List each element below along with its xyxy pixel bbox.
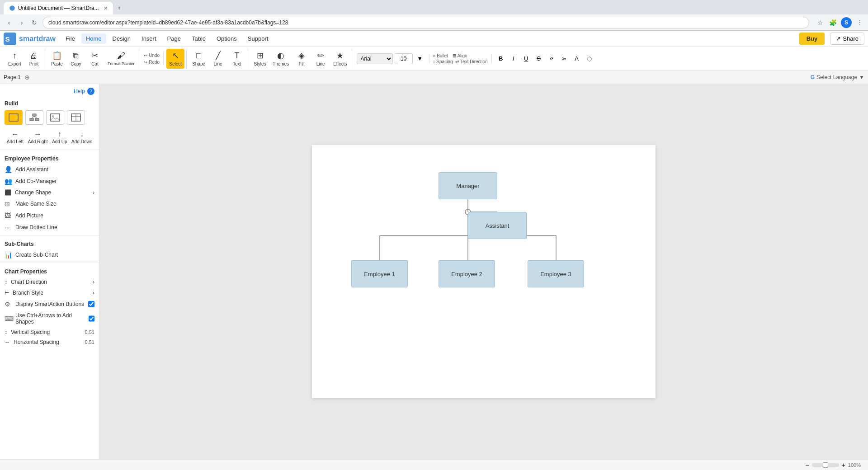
close-tab-icon[interactable]: ✕ — [104, 5, 108, 11]
build-icon-rectangle[interactable] — [5, 110, 23, 125]
strikethrough-button[interactable]: S — [533, 53, 544, 64]
line-button[interactable]: ╱ Line — [209, 49, 227, 69]
paste-button[interactable]: 📋 Paste — [48, 49, 66, 69]
print-button[interactable]: 🖨 Print — [25, 49, 43, 69]
font-color-button[interactable]: A — [571, 53, 582, 64]
redo-button[interactable]: ↪ Redo — [142, 59, 161, 66]
vertical-spacing-icon: ↕ — [5, 329, 7, 335]
zoom-in-button[interactable]: + — [842, 461, 845, 469]
use-ctrl-arrows-label: Use Ctrl+Arrows to Add Shapes — [15, 312, 85, 325]
font-highlight-button[interactable]: ◌ — [584, 53, 595, 64]
chart-properties-title: Chart Properties — [0, 265, 99, 277]
menu-options[interactable]: Options — [212, 33, 241, 44]
font-divider-1 — [429, 54, 429, 63]
bookmark-icon[interactable]: ☆ — [816, 18, 825, 27]
select-language-button[interactable]: G Select Language ▼ — [811, 74, 864, 80]
subscript-button[interactable]: x₂ — [559, 53, 570, 64]
zoom-out-button[interactable]: − — [805, 461, 809, 469]
build-icon-table[interactable] — [67, 110, 85, 125]
select-button[interactable]: ↖ Select — [166, 49, 184, 69]
fill-button[interactable]: ◈ Fill — [292, 49, 311, 69]
assistant-node[interactable]: Assistant — [468, 212, 527, 239]
manager-node[interactable]: Manager — [439, 172, 497, 199]
employee1-node[interactable]: Employee 1 — [351, 260, 408, 287]
make-same-size-item[interactable]: ⊞ Make Same Size — [0, 198, 99, 210]
branch-style-item[interactable]: ⊢ Branch Style › — [0, 287, 99, 298]
add-right-button[interactable]: → Add Right — [28, 130, 48, 144]
profile-icon[interactable]: S — [841, 17, 852, 28]
menu-home[interactable]: Home — [81, 33, 106, 44]
help-link[interactable]: Help ? — [0, 84, 99, 97]
address-bar[interactable]: cloud.smartdraw.com/editor.aspx?template… — [42, 17, 809, 28]
svg-line-7 — [32, 116, 34, 118]
build-icon-picture[interactable] — [46, 110, 64, 125]
left-panel: Help ? Build — [0, 84, 99, 459]
bullet-label: ≡ Bullet — [433, 53, 448, 58]
italic-button[interactable]: I — [508, 53, 519, 64]
reload-button[interactable]: ↻ — [29, 17, 40, 28]
employee2-node[interactable]: Employee 2 — [439, 260, 495, 287]
menu-design[interactable]: Design — [108, 33, 135, 44]
cut-button[interactable]: ✂ Cut — [86, 49, 104, 69]
smartdraw-favicon-icon — [9, 5, 15, 11]
status-bar: − + 100% — [0, 459, 868, 470]
menu-insert[interactable]: Insert — [137, 33, 161, 44]
zoom-level-label: 100% — [848, 462, 861, 468]
copy-button[interactable]: ⧉ Copy — [67, 49, 85, 69]
menu-support[interactable]: Support — [243, 33, 273, 44]
build-icon-hierarchy[interactable] — [25, 110, 43, 125]
line2-button[interactable]: ✏ Line — [311, 49, 330, 69]
display-smartaction-item[interactable]: ⚙ Display SmartAction Buttons — [0, 298, 99, 310]
menu-dots-icon[interactable]: ⋮ — [855, 18, 864, 27]
text-button[interactable]: T Text — [228, 49, 246, 69]
export-icon: ↑ — [13, 51, 17, 61]
make-same-size-icon: ⊞ — [5, 200, 12, 207]
menu-page[interactable]: Page — [163, 33, 185, 44]
buy-button[interactable]: Buy — [799, 33, 825, 45]
add-picture-item[interactable]: 🖼 Add Picture — [0, 210, 99, 221]
new-tab-button[interactable]: + — [113, 2, 126, 14]
use-ctrl-arrows-item[interactable]: ⌨ Use Ctrl+Arrows to Add Shapes — [0, 310, 99, 327]
logo[interactable]: S smartdraw — [4, 33, 56, 45]
create-sub-chart-item[interactable]: 📊 Create Sub-Chart — [0, 249, 99, 261]
forward-button[interactable]: › — [16, 17, 27, 28]
add-right-label: Add Right — [28, 139, 48, 144]
horizontal-spacing-item: ↔ Horizontal Spacing 0.51 — [0, 337, 99, 347]
add-left-button[interactable]: ← Add Left — [7, 130, 24, 144]
undo-button[interactable]: ↩ Undo — [142, 52, 161, 59]
back-button[interactable]: ‹ — [4, 17, 14, 28]
page-tab-label[interactable]: Page 1 — [4, 74, 21, 80]
themes-button[interactable]: ◐ Themes — [270, 49, 292, 69]
active-tab[interactable]: Untitled Document — SmartDra... ✕ — [4, 2, 113, 14]
add-down-button[interactable]: ↓ Add Down — [71, 130, 92, 144]
underline-button[interactable]: U — [521, 53, 532, 64]
use-ctrl-arrows-checkbox[interactable] — [89, 315, 94, 322]
format-painter-button[interactable]: 🖌 Format Painter — [105, 49, 137, 69]
chart-direction-item[interactable]: ↕ Chart Direction › — [0, 277, 99, 287]
menu-table[interactable]: Table — [187, 33, 210, 44]
employee3-node[interactable]: Employee 3 — [528, 260, 584, 287]
canvas-paper[interactable]: Manager Assistant Employee 1 Employee 2 … — [312, 145, 656, 398]
shape-button[interactable]: □ Shape — [189, 49, 208, 69]
draw-dotted-line-item[interactable]: ··· Draw Dotted Line — [0, 221, 99, 233]
font-size-down-button[interactable]: ▼ — [415, 53, 425, 64]
superscript-button[interactable]: x² — [546, 53, 557, 64]
font-name-select[interactable]: Arial — [357, 53, 393, 64]
page-tab-add-icon[interactable]: ⊕ — [24, 74, 30, 81]
rectangle-shape-icon — [9, 113, 19, 122]
extensions-icon[interactable]: 🧩 — [828, 18, 837, 27]
effects-button[interactable]: ★ Effects — [330, 49, 349, 69]
display-smartaction-checkbox[interactable] — [88, 301, 94, 307]
change-shape-item[interactable]: ⬛ Change Shape › — [0, 187, 99, 198]
add-up-button[interactable]: ↑ Add Up — [52, 130, 67, 144]
bold-button[interactable]: B — [495, 53, 506, 64]
styles-button[interactable]: ⊞ Styles — [251, 49, 269, 69]
horizontal-spacing-label: Horizontal Spacing — [14, 339, 59, 345]
add-assistant-item[interactable]: 👤 Add Assistant — [0, 164, 99, 175]
menu-file[interactable]: File — [61, 33, 80, 44]
zoom-slider-thumb[interactable] — [823, 462, 828, 468]
font-size-input[interactable] — [395, 53, 413, 64]
add-co-manager-item[interactable]: 👥 Add Co-Manager — [0, 175, 99, 187]
share-button[interactable]: ↗ Share — [830, 33, 864, 45]
export-button[interactable]: ↑ Export — [5, 49, 24, 69]
